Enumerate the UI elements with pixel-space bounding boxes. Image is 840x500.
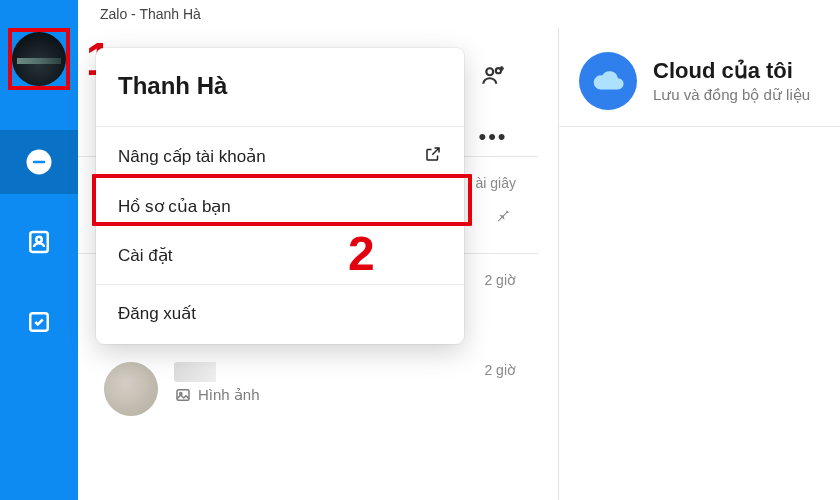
menu-label: Cài đặt [118, 245, 172, 266]
conv-snippet: Hình ảnh [174, 386, 520, 404]
divider [96, 284, 464, 285]
menu-label: Nâng cấp tài khoản [118, 146, 266, 167]
conv-header-actions: ••• [476, 58, 510, 154]
avatar-highlight [8, 28, 70, 90]
annotation-two: 2 [348, 226, 375, 281]
user-avatar[interactable] [12, 32, 66, 86]
svg-point-3 [36, 237, 42, 243]
cloud-icon [579, 52, 637, 110]
account-popup: Thanh Hà Nâng cấp tài khoản Hồ sơ của bạ… [96, 48, 464, 344]
right-panel: Cloud của tôi Lưu và đồng bộ dữ liệu [558, 28, 840, 500]
app-sidebar [0, 0, 78, 500]
nav-chat[interactable] [0, 130, 78, 194]
window-title: Zalo - Thanh Hà [100, 6, 201, 22]
chat-icon [24, 147, 54, 177]
more-icon: ••• [478, 124, 507, 150]
nav-contacts[interactable] [0, 210, 78, 274]
menu-logout[interactable]: Đăng xuất [96, 289, 464, 338]
add-group-button[interactable] [476, 58, 510, 92]
menu-upgrade-account[interactable]: Nâng cấp tài khoản [96, 131, 464, 182]
more-button[interactable]: ••• [476, 120, 510, 154]
right-title: Cloud của tôi [653, 58, 810, 84]
nav-todo[interactable] [0, 290, 78, 354]
conv-time: ài giây [476, 175, 516, 191]
pin-icon [494, 205, 512, 227]
list-item[interactable]: Hình ảnh 2 giờ [78, 344, 538, 434]
conv-time: 2 giờ [484, 362, 516, 378]
todo-icon [24, 307, 54, 337]
external-link-icon [424, 145, 442, 168]
right-subtitle: Lưu và đồng bộ dữ liệu [653, 86, 810, 104]
svg-rect-5 [177, 390, 189, 401]
window-title-bar: Zalo - Thanh Hà [78, 0, 840, 28]
contacts-icon [24, 227, 54, 257]
image-icon [174, 386, 192, 404]
add-group-icon [480, 62, 506, 88]
menu-label: Đăng xuất [118, 303, 196, 324]
menu-your-profile[interactable]: Hồ sơ của bạn [96, 182, 464, 231]
menu-label: Hồ sơ của bạn [118, 196, 231, 217]
conv-avatar [104, 362, 158, 416]
svg-point-7 [486, 68, 493, 75]
svg-rect-1 [33, 161, 46, 164]
conv-time: 2 giờ [484, 272, 516, 288]
right-header: Cloud của tôi Lưu và đồng bộ dữ liệu [559, 28, 840, 127]
popup-username: Thanh Hà [96, 48, 464, 122]
divider [96, 126, 464, 127]
conv-title [174, 362, 314, 382]
menu-settings[interactable]: Cài đặt [96, 231, 464, 280]
